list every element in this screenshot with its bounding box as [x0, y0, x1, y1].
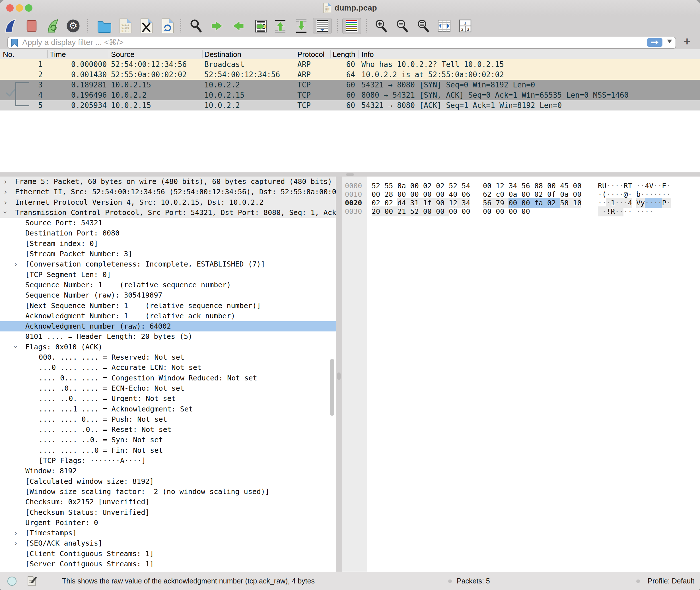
- detail-tree-row[interactable]: Source Port: 54321: [0, 218, 336, 228]
- column-header-info[interactable]: Info: [361, 50, 374, 59]
- detail-tree-row[interactable]: [TCP Flags: ·······A····]: [0, 456, 336, 466]
- restart-capture-icon[interactable]: [43, 18, 62, 34]
- detail-tree-row[interactable]: .... ...1 .... = Acknowledgment: Set: [0, 404, 336, 414]
- apply-filter-button[interactable]: [647, 38, 663, 47]
- detail-tree-row[interactable]: [Checksum Status: Unverified]: [0, 507, 336, 518]
- splitter-grip[interactable]: [346, 173, 354, 176]
- expander-open-icon[interactable]: ›: [1, 211, 10, 214]
- expander-closed-icon[interactable]: ›: [4, 187, 7, 196]
- go-to-packet-icon[interactable]: [250, 18, 269, 34]
- column-divider[interactable]: [47, 50, 48, 59]
- hex-run[interactable]: 20 00 21 52 00 00: [372, 206, 449, 216]
- detail-tree-row[interactable]: [Stream index: 0]: [0, 238, 336, 249]
- packet-row[interactable]: 30.18928110.0.2.1510.0.2.2TCP6054321 → 8…: [0, 80, 700, 90]
- go-forward-icon[interactable]: [229, 18, 248, 34]
- detail-tree-row[interactable]: ›Ethernet II, Src: 52:54:00:12:34:56 (52…: [0, 187, 336, 197]
- detail-tree-row[interactable]: Urgent Pointer: 0: [0, 518, 336, 528]
- detail-tree-row[interactable]: [Server Contiguous Streams: 1]: [0, 559, 336, 569]
- column-header-no[interactable]: No.: [3, 50, 14, 59]
- column-divider[interactable]: [297, 50, 298, 59]
- detail-tree-row[interactable]: [Client Contiguous Streams: 1]: [0, 549, 336, 559]
- column-header-destination[interactable]: Destination: [204, 50, 241, 59]
- expander-open-icon[interactable]: ›: [11, 346, 20, 349]
- auto-scroll-icon[interactable]: [313, 18, 332, 34]
- detail-scrollbar-thumb[interactable]: [330, 359, 334, 416]
- go-back-icon[interactable]: [208, 18, 227, 34]
- zoom-in-icon[interactable]: [372, 18, 390, 34]
- packet-row[interactable]: 10.00000052:54:00:12:34:56BroadcastARP60…: [0, 59, 700, 70]
- filter-bookmark-icon[interactable]: [10, 38, 19, 47]
- hex-run[interactable]: 00 00 00 00: [483, 206, 530, 216]
- detail-tree-row[interactable]: 000. .... .... = Reserved: Not set: [0, 352, 336, 363]
- reload-file-icon[interactable]: [158, 18, 177, 34]
- detail-tree-row[interactable]: ›Flags: 0x010 (ACK): [0, 342, 336, 352]
- profile-indicator[interactable]: Profile: Default: [648, 577, 694, 585]
- column-header-protocol[interactable]: Protocol: [298, 50, 324, 59]
- column-divider[interactable]: [330, 50, 331, 59]
- hex-row[interactable]: 000052 55 0a 00 02 02 52 5400 12 34 56 0…: [342, 181, 700, 190]
- detail-tree-row[interactable]: ›[SEQ/ACK analysis]: [0, 538, 336, 549]
- detail-tree-row[interactable]: ...0 .... .... = Accurate ECN: Not set: [0, 363, 336, 373]
- column-header-length[interactable]: Length: [333, 50, 357, 59]
- detail-tree-row[interactable]: 0101 .... = Header Length: 20 bytes (5): [0, 331, 336, 342]
- column-header-time[interactable]: Time: [50, 50, 66, 59]
- expander-closed-icon[interactable]: ›: [4, 198, 7, 207]
- vertical-splitter[interactable]: [336, 177, 343, 572]
- detail-tree-row[interactable]: [Calculated window size: 8192]: [0, 476, 336, 487]
- hex-row[interactable]: 002002 02 d4 31 1f 90 12 3456 79 00 00 f…: [342, 198, 700, 207]
- detail-tree-row[interactable]: ›Transmission Control Protocol, Src Port…: [0, 208, 336, 218]
- detail-tree-row[interactable]: ›[Conversation completeness: Incomplete,…: [0, 259, 336, 269]
- detail-tree-row[interactable]: [Stream Packet Number: 3]: [0, 249, 336, 259]
- detail-tree-row[interactable]: .... .... .0.. = Reset: Not set: [0, 424, 336, 435]
- expander-closed-icon[interactable]: ›: [14, 528, 17, 537]
- stop-capture-icon[interactable]: [22, 18, 41, 34]
- capture-comment-icon[interactable]: [26, 576, 37, 587]
- add-filter-button[interactable]: +: [684, 35, 690, 48]
- column-header-source[interactable]: Source: [111, 50, 134, 59]
- splitter-grip[interactable]: [337, 373, 341, 380]
- hex-run[interactable]: ····: [636, 206, 653, 216]
- detail-tree-row[interactable]: [Next Sequence Number: 1 (relative seque…: [0, 301, 336, 311]
- zoom-reset-icon[interactable]: [414, 18, 433, 34]
- go-to-bottom-icon[interactable]: [292, 18, 311, 34]
- display-filter-field[interactable]: [7, 37, 676, 49]
- detail-tree-row[interactable]: .... ..0. .... = Urgent: Not set: [0, 394, 336, 404]
- wireshark-start-capture-icon[interactable]: [1, 18, 20, 34]
- detail-tree-row[interactable]: .... 0... .... = Congestion Window Reduc…: [0, 373, 336, 383]
- hex-run[interactable]: ·!R··: [598, 206, 623, 216]
- detail-tree-row[interactable]: Acknowledgment number (raw): 64002: [0, 321, 336, 331]
- detail-tree-row[interactable]: ›Frame 5: Packet, 60 bytes on wire (480 …: [0, 177, 336, 187]
- detail-tree-row[interactable]: Checksum: 0x2152 [unverified]: [0, 497, 336, 507]
- filter-dropdown-caret[interactable]: [667, 39, 672, 43]
- hex-run[interactable]: P·: [662, 198, 670, 208]
- hex-run[interactable]: ··: [623, 206, 632, 216]
- detail-tree-row[interactable]: Acknowledgment Number: 1 (relative ack n…: [0, 311, 336, 321]
- expander-closed-icon[interactable]: ›: [4, 177, 7, 186]
- packet-row[interactable]: 40.19649610.0.2.210.0.2.15TCP608080 → 54…: [0, 90, 700, 100]
- colorize-packets-icon[interactable]: [342, 18, 361, 34]
- hex-row[interactable]: 001000 28 00 00 00 00 40 0662 c0 0a 00 0…: [342, 190, 700, 198]
- save-file-icon[interactable]: 010100110101110: [116, 18, 135, 34]
- detail-tree-row[interactable]: .... .... 0... = Push: Not set: [0, 414, 336, 424]
- packet-row[interactable]: 50.20593410.0.2.1510.0.2.2TCP6054321 → 8…: [0, 100, 700, 110]
- find-packet-icon[interactable]: [187, 18, 206, 34]
- detail-tree-row[interactable]: Window: 8192: [0, 466, 336, 476]
- hex-row[interactable]: 003020 00 21 52 00 00 00 0000 00 00 00 ·…: [342, 207, 700, 215]
- column-divider[interactable]: [202, 50, 203, 59]
- packet-row[interactable]: 20.00143052:55:0a:00:02:0252:54:00:12:34…: [0, 70, 700, 80]
- expander-closed-icon[interactable]: ›: [14, 260, 17, 269]
- column-divider[interactable]: [109, 50, 109, 59]
- detail-tree-row[interactable]: Destination Port: 8080: [0, 228, 336, 238]
- zoom-out-icon[interactable]: [393, 18, 412, 34]
- detail-tree-row[interactable]: .... .... ..0. = Syn: Not set: [0, 435, 336, 445]
- expert-info-icon[interactable]: [7, 576, 17, 586]
- detail-tree-row[interactable]: [Window size scaling factor: -2 (no wind…: [0, 487, 336, 497]
- column-divider[interactable]: [358, 50, 359, 59]
- detail-tree-row[interactable]: Sequence Number: 1 (relative sequence nu…: [0, 280, 336, 290]
- go-to-top-icon[interactable]: [271, 18, 290, 34]
- detail-tree-row[interactable]: .... .0.. .... = ECN-Echo: Not set: [0, 383, 336, 394]
- detail-tree-row[interactable]: [TCP Segment Len: 0]: [0, 270, 336, 280]
- open-file-icon[interactable]: [95, 18, 114, 34]
- detail-tree-row[interactable]: Sequence Number (raw): 305419897: [0, 290, 336, 300]
- resize-columns-icon[interactable]: [435, 18, 454, 34]
